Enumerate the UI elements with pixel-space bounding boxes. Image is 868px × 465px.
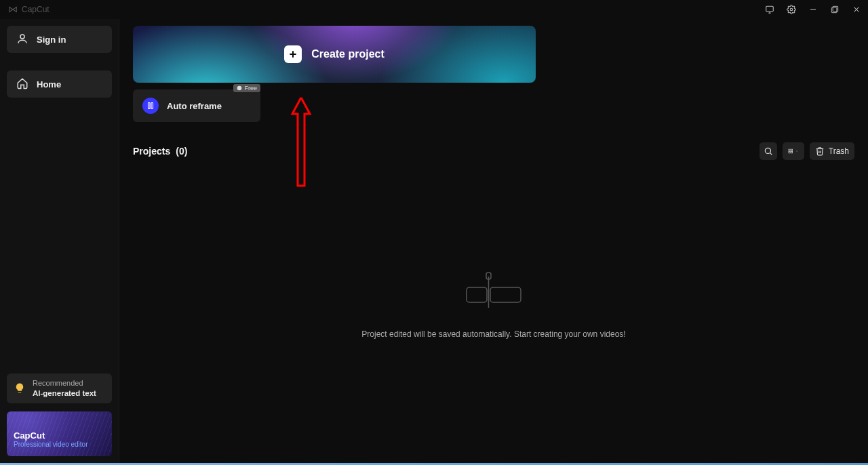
- settings-icon[interactable]: [785, 3, 797, 16]
- feedback-icon[interactable]: [764, 3, 776, 16]
- recommended-top: Recommended: [33, 379, 96, 388]
- projects-title-group: Projects (0): [133, 146, 187, 157]
- titlebar-brand: CapCut: [5, 5, 50, 14]
- plus-icon: [284, 45, 302, 63]
- svg-rect-18: [791, 152, 792, 153]
- promo-banner[interactable]: CapCut Professional video editor: [7, 411, 112, 456]
- svg-rect-20: [490, 287, 521, 302]
- svg-rect-16: [791, 149, 792, 150]
- svg-point-13: [765, 148, 770, 153]
- auto-reframe-chip[interactable]: Free Auto reframe: [133, 89, 260, 122]
- projects-header-row: Projects (0): [133, 142, 854, 160]
- svg-line-14: [770, 153, 772, 155]
- projects-title: Projects: [133, 146, 170, 157]
- recommended-bottom: AI-generated text: [33, 388, 96, 398]
- app-name: CapCut: [22, 5, 50, 14]
- free-badge-label: Free: [244, 85, 257, 92]
- layout-toggle-button[interactable]: [783, 142, 804, 160]
- promo-banner-subtitle: Professional video editor: [14, 441, 105, 448]
- create-project-label: Create project: [311, 48, 384, 60]
- empty-state-icon: [463, 271, 524, 310]
- empty-state-text: Project edited will be saved automatical…: [361, 329, 625, 339]
- main-area: Sign in Home Recommended AI-generated te…: [0, 19, 868, 463]
- content-area: Create project Free Auto reframe Project…: [119, 19, 868, 463]
- search-button[interactable]: [760, 142, 777, 160]
- recommended-card[interactable]: Recommended AI-generated text: [7, 373, 112, 403]
- svg-point-7: [20, 35, 24, 39]
- trash-label: Trash: [829, 146, 849, 156]
- lightbulb-icon: [14, 382, 26, 395]
- projects-toolbar: Trash: [760, 142, 854, 160]
- svg-rect-12: [151, 103, 153, 109]
- home-label: Home: [37, 79, 61, 89]
- svg-rect-11: [149, 103, 151, 109]
- trash-button[interactable]: Trash: [810, 142, 854, 160]
- window-close-icon[interactable]: [850, 3, 863, 16]
- auto-reframe-icon: [142, 98, 159, 114]
- home-icon: [16, 77, 28, 92]
- titlebar-controls: [764, 3, 863, 16]
- projects-count: (0): [176, 146, 187, 157]
- auto-reframe-label: Auto reframe: [167, 101, 222, 111]
- sidebar: Sign in Home Recommended AI-generated te…: [0, 19, 119, 463]
- promo-banner-title: CapCut: [14, 430, 105, 441]
- window-minimize-icon[interactable]: [807, 3, 819, 16]
- svg-rect-4: [831, 7, 837, 13]
- svg-rect-15: [789, 149, 790, 150]
- empty-state: Project edited will be saved automatical…: [133, 160, 854, 449]
- capcut-logo-icon: [8, 5, 18, 14]
- user-icon: [16, 33, 28, 47]
- free-badge: Free: [233, 84, 260, 92]
- svg-rect-19: [467, 287, 487, 302]
- titlebar: CapCut: [0, 0, 868, 19]
- svg-rect-17: [789, 152, 790, 153]
- svg-rect-3: [833, 6, 838, 12]
- recommended-text: Recommended AI-generated text: [33, 379, 96, 398]
- sign-in-button[interactable]: Sign in: [7, 26, 112, 53]
- window-maximize-icon[interactable]: [829, 3, 841, 16]
- create-project-button[interactable]: Create project: [133, 26, 536, 83]
- svg-rect-0: [766, 6, 774, 12]
- sign-in-label: Sign in: [37, 35, 66, 45]
- svg-point-10: [237, 86, 242, 91]
- svg-point-1: [790, 8, 793, 11]
- home-button[interactable]: Home: [7, 70, 112, 98]
